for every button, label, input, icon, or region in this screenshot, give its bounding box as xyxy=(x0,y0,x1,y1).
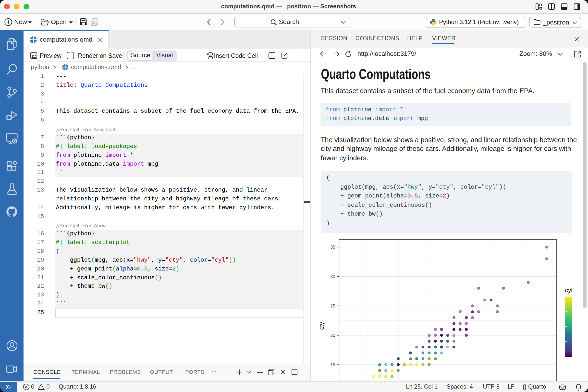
svg-text:30: 30 xyxy=(330,274,335,279)
svg-text:cyl: cyl xyxy=(565,287,572,294)
svg-text:15: 15 xyxy=(330,362,335,367)
svg-text:cty: cty xyxy=(318,322,325,330)
svg-text:20: 20 xyxy=(330,333,335,338)
svg-text:25: 25 xyxy=(330,304,335,308)
svg-text:35: 35 xyxy=(330,245,335,250)
